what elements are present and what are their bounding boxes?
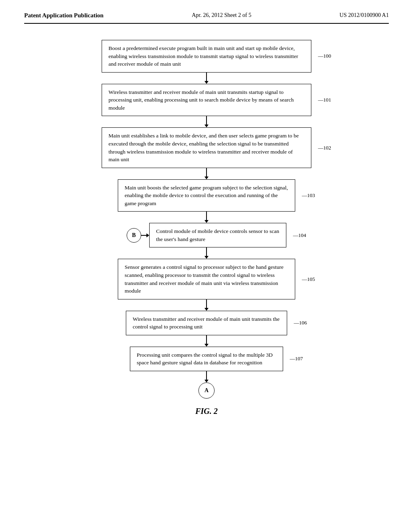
connector-A: A [198, 382, 215, 399]
arrow-5-6 [204, 299, 209, 311]
step-101-label: —101 [318, 96, 332, 104]
step-103-label: —103 [302, 192, 315, 200]
step-103-row: Main unit boosts the selected game progr… [118, 179, 295, 212]
publication-label: Patent Application Publication [24, 12, 104, 19]
patent-number-label: US 2012/0100900 A1 [340, 12, 389, 19]
step-107-label: —107 [290, 355, 303, 363]
step-100-label: —100 [318, 52, 332, 60]
step-102-label: —102 [318, 144, 332, 152]
step-100-box: Boost a predetermined execute program bu… [102, 40, 311, 73]
step-106-box: Wireless transmitter and receiver module… [126, 311, 287, 335]
step-103-box: Main unit boosts the selected game progr… [118, 179, 295, 212]
page: Patent Application Publication Apr. 26, … [0, 0, 413, 532]
arrow-7-A [204, 371, 209, 382]
step-104-box: Control module of mobile device controls… [149, 223, 286, 247]
step-107-row: Processing unit compares the control sig… [130, 347, 283, 371]
step-106-row: Wireless transmitter and receiver module… [126, 311, 287, 335]
arrow-4-5 [204, 247, 209, 259]
arrow-2-3 [204, 168, 209, 179]
step-104-label: —104 [293, 231, 307, 239]
flowchart: Boost a predetermined execute program bu… [24, 40, 389, 416]
step-105-label: —105 [302, 275, 315, 283]
connector-B: B [127, 228, 141, 243]
arrow-0-1 [204, 73, 209, 84]
step-105-row: Sensor generates a control signal to pro… [118, 259, 295, 299]
arrow-1-2 [204, 116, 209, 127]
step-101-row: Wireless transmitter and receiver module… [102, 84, 311, 116]
figure-caption: FIG. 2 [195, 407, 218, 416]
step-100-row: Boost a predetermined execute program bu… [102, 40, 311, 73]
step-102-row: Main unit establishes a link to mobile d… [102, 127, 311, 168]
page-header: Patent Application Publication Apr. 26, … [24, 12, 389, 24]
step-105-box: Sensor generates a control signal to pro… [118, 259, 295, 299]
step-101-box: Wireless transmitter and receiver module… [102, 84, 311, 116]
step-106-label: —106 [294, 319, 307, 327]
step-104-row: B Control module of mobile device contro… [127, 223, 286, 247]
step-102-box: Main unit establishes a link to mobile d… [102, 127, 311, 168]
arrow-3-4 [204, 212, 209, 223]
step-107-box: Processing unit compares the control sig… [130, 347, 283, 371]
arrow-6-7 [204, 335, 209, 347]
date-sheet-label: Apr. 26, 2012 Sheet 2 of 5 [192, 12, 251, 19]
